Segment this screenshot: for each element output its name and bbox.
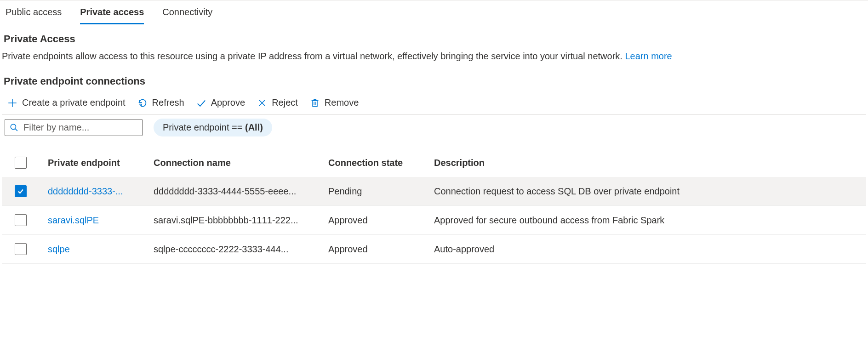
trash-icon [310,98,320,108]
create-label: Create a private endpoint [22,97,126,108]
connection-name: dddddddd-3333-4444-5555-eeee... [154,186,324,197]
connections-table: Private endpoint Connection name Connect… [2,148,866,264]
row-checkbox[interactable] [15,185,27,197]
filter-pill-prefix: Private endpoint == [163,122,245,132]
x-icon [257,98,267,108]
filter-pill[interactable]: Private endpoint == (All) [154,119,272,136]
remove-button[interactable]: Remove [310,97,359,108]
plus-icon [7,98,17,108]
svg-point-11 [11,124,16,129]
table-row[interactable]: dddddddd-3333-...dddddddd-3333-4444-5555… [2,177,866,206]
connection-description: Connection request to access SQL DB over… [434,186,862,197]
approve-button[interactable]: Approve [196,97,246,108]
connection-state: Approved [328,244,429,255]
learn-more-link[interactable]: Learn more [625,51,672,61]
reject-button[interactable]: Reject [257,97,298,108]
refresh-icon [137,98,148,108]
table-header: Private endpoint Connection name Connect… [2,148,866,177]
filter-pill-value: (All) [245,122,263,132]
row-checkbox[interactable] [15,214,27,226]
connection-state: Approved [328,215,429,226]
toolbar: Create a private endpoint Refresh Approv… [2,95,866,115]
connection-description: Auto-approved [434,244,862,255]
connection-state: Pending [328,186,429,197]
header-state[interactable]: Connection state [328,158,429,168]
approve-label: Approve [211,97,246,108]
filter-name-input[interactable] [23,122,137,133]
row-checkbox[interactable] [15,243,27,255]
tab-public-access[interactable]: Public access [6,7,62,24]
check-icon [196,98,206,108]
section-description: Private endpoints allow access to this r… [2,50,866,63]
endpoint-link[interactable]: saravi.sqlPE [48,215,149,226]
tab-connectivity[interactable]: Connectivity [162,7,212,24]
connection-description: Approved for secure outbound access from… [434,215,862,226]
header-connection[interactable]: Connection name [154,158,324,168]
reject-label: Reject [272,97,298,108]
section-description-text: Private endpoints allow access to this r… [2,51,625,61]
refresh-label: Refresh [152,97,184,108]
table-row[interactable]: saravi.sqlPEsaravi.sqlPE-bbbbbbbb-1111-2… [2,206,866,235]
filter-row: Private endpoint == (All) [2,115,866,140]
header-description[interactable]: Description [434,158,862,168]
connection-name: saravi.sqlPE-bbbbbbbb-1111-222... [154,215,324,226]
connection-name: sqlpe-cccccccc-2222-3333-444... [154,244,324,255]
table-row[interactable]: sqlpesqlpe-cccccccc-2222-3333-444...Appr… [2,235,866,264]
search-box[interactable] [5,119,143,136]
svg-line-12 [15,129,17,131]
select-all-checkbox[interactable] [15,157,27,169]
refresh-button[interactable]: Refresh [137,97,184,108]
endpoint-link[interactable]: dddddddd-3333-... [48,186,149,197]
endpoint-link[interactable]: sqlpe [48,244,149,255]
create-private-endpoint-button[interactable]: Create a private endpoint [7,97,126,108]
section-title: Private Access [2,33,866,45]
svg-rect-4 [313,101,317,107]
tab-private-access[interactable]: Private access [80,7,144,24]
remove-label: Remove [325,97,359,108]
search-icon [10,123,18,132]
tabs-container: Public access Private access Connectivit… [0,0,868,25]
connections-title: Private endpoint connections [2,75,866,87]
header-endpoint[interactable]: Private endpoint [48,158,149,168]
